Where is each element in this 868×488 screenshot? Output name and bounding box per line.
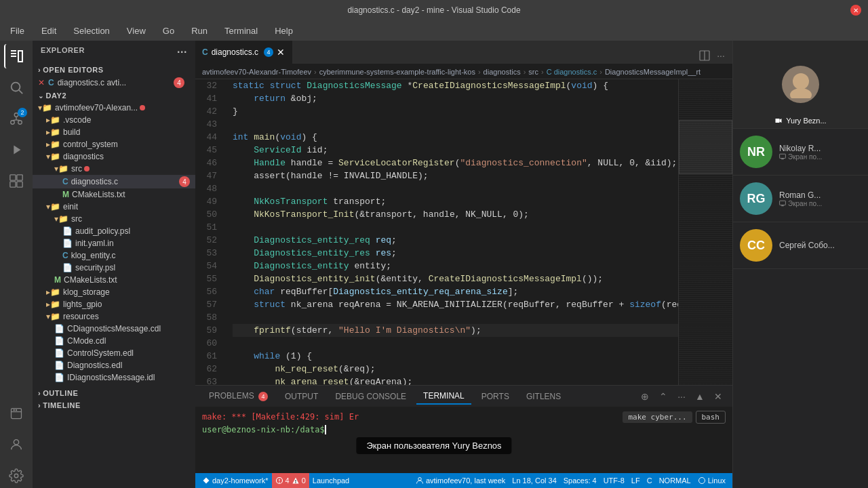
tree-avtimofeev[interactable]: ▾📁 avtimofeev70-Alexan... (33, 102, 195, 114)
tree-control-system[interactable]: ▸📁 control_system (33, 138, 195, 150)
tree-cmode[interactable]: 📄 CMode.cdl (33, 335, 195, 347)
tree-klog[interactable]: C klog_entity.c (33, 249, 195, 262)
sidebar-more-button[interactable]: ··· (177, 46, 187, 58)
tree-diagnostics[interactable]: ▾📁 diagnostics (33, 150, 195, 163)
code-editor[interactable]: 32 41 42 43 44 45 46 47 48 49 50 51 52 5… (195, 79, 678, 385)
c-file-icon: C (48, 78, 54, 87)
status-eol[interactable]: LF (628, 473, 644, 488)
panel-tab-output[interactable]: OUTPUT (278, 389, 325, 404)
panel-tab-problems[interactable]: PROBLEMS 4 (202, 388, 275, 404)
close-editor-icon[interactable]: ✕ (38, 78, 45, 87)
status-position[interactable]: Ln 18, Col 34 (509, 473, 559, 488)
bash-label[interactable]: bash (696, 411, 726, 424)
status-launchpad[interactable]: Launchpad (309, 473, 353, 488)
menu-file[interactable]: File (7, 24, 28, 37)
tab-close-icon[interactable]: ✕ (277, 47, 285, 58)
activity-debug[interactable] (4, 138, 28, 162)
panel-more-icon[interactable]: ··· (674, 389, 689, 404)
panel-close-icon[interactable]: ✕ (711, 389, 726, 404)
code-content[interactable]: static struct DiagnosticsMessage *Create… (229, 79, 678, 385)
activity-explorer[interactable] (4, 44, 28, 68)
panel-tab-debug[interactable]: DEBUG CONSOLE (328, 389, 413, 404)
file-icon: 📄 (62, 239, 73, 248)
activity-git[interactable]: 2 (4, 106, 28, 131)
tree-lights[interactable]: ▸📁 lights_gpio (33, 298, 195, 310)
participant-rg[interactable]: RG Roman G... Экран по... (733, 176, 868, 222)
tree-vscode[interactable]: ▸📁 .vscode (33, 114, 195, 126)
open-editor-item[interactable]: ✕ C diagnostics.c avti... 4 (33, 76, 195, 89)
activity-account[interactable] (4, 432, 28, 457)
panel-tab-gitlens[interactable]: GITLENS (519, 389, 568, 404)
day2-section[interactable]: DAY2 (33, 89, 195, 102)
outline-section[interactable]: Outline (33, 387, 195, 399)
activity-search[interactable] (4, 75, 28, 100)
menu-go[interactable]: Go (159, 24, 178, 37)
tree-init-yaml[interactable]: 📄 init.yaml.in (33, 237, 195, 249)
tree-diagnostics-c[interactable]: C diagnostics.c 4 (33, 175, 195, 188)
minimap-viewport[interactable] (679, 120, 732, 174)
tab-toolbar: ··· (292, 47, 732, 64)
bc-symbol[interactable]: DiagnosticsMessageImpl__rt (605, 68, 701, 76)
svg-point-29 (790, 88, 812, 98)
main-layout: 2 Explorer ··· Open Editors (0, 41, 868, 488)
tree-idiag[interactable]: 📄 IDiagnosticsMessage.idl (33, 371, 195, 384)
minimap[interactable] (678, 79, 732, 385)
status-remote[interactable]: day2-homework* (199, 473, 272, 488)
bc-src[interactable]: src (528, 68, 538, 76)
bc-root[interactable]: avtimofeev70-Alexandr-Timofeev (202, 68, 311, 76)
bc-diagnostics[interactable]: diagnostics (484, 68, 521, 76)
participant-nr[interactable]: NR Nikolay R... Экран по... (733, 129, 868, 176)
svg-rect-34 (780, 201, 786, 205)
status-errors[interactable]: 4 0 (272, 473, 309, 488)
tab-diagnostics-c[interactable]: C diagnostics.c 4 ✕ (195, 41, 292, 64)
timeline-section[interactable]: Timeline (33, 399, 195, 411)
bc-repo[interactable]: cyberimmune-systems-example-traffic-ligh… (319, 68, 475, 76)
folder-icon: ▾📁 (38, 103, 52, 113)
status-language[interactable]: C (644, 473, 656, 488)
tree-controlsys[interactable]: 📄 ControlSystem.edl (33, 347, 195, 359)
status-linux[interactable]: Linux (694, 473, 729, 488)
tree-klog-storage[interactable]: ▸📁 klog_storage (33, 286, 195, 298)
panel-maximize-icon[interactable]: ▲ (692, 389, 707, 404)
split-editor-icon[interactable] (696, 47, 713, 64)
tree-cmake2[interactable]: M CMakeLists.txt (33, 274, 195, 286)
menu-terminal[interactable]: Terminal (221, 24, 261, 37)
tree-resources[interactable]: ▾📁 resources (33, 310, 195, 323)
tree-security[interactable]: 📄 security.psl (33, 262, 195, 274)
tree-src2[interactable]: ▾📁 src (33, 213, 195, 225)
panel-tab-ports[interactable]: PORTS (475, 389, 516, 404)
open-editors-section[interactable]: Open Editors (33, 64, 195, 76)
status-vim-mode[interactable]: NORMAL (656, 473, 694, 488)
tree-einit[interactable]: ▾📁 einit (33, 201, 195, 213)
status-error-count: 4 (285, 476, 290, 485)
status-encoding[interactable]: UTF-8 (600, 473, 628, 488)
more-icon[interactable]: ··· (713, 47, 729, 64)
panel-tab-terminal[interactable]: TERMINAL (416, 388, 471, 405)
tree-src[interactable]: ▾📁 src (33, 163, 195, 175)
menu-edit[interactable]: Edit (38, 24, 60, 37)
tree-audit[interactable]: 📄 audit_policy.psl (33, 225, 195, 237)
tree-diagedl[interactable]: 📄 Diagnostics.edl (33, 359, 195, 371)
status-git-author[interactable]: avtimofeev70, last week (412, 473, 509, 488)
tree-cmakelists[interactable]: M CMakeLists.txt (33, 188, 195, 201)
svg-point-26 (418, 478, 422, 481)
status-spaces[interactable]: Spaces: 4 (560, 473, 600, 488)
menu-help[interactable]: Help (271, 24, 296, 37)
menu-run[interactable]: Run (188, 24, 211, 37)
activity-remote[interactable] (4, 401, 28, 426)
close-button[interactable]: ✕ (850, 5, 861, 16)
menu-selection[interactable]: Selection (70, 24, 113, 37)
menu-view[interactable]: View (123, 24, 149, 37)
code-line-53: Diagnostics_entity_res res; (233, 247, 678, 260)
tree-build[interactable]: ▸📁 build (33, 126, 195, 138)
make-label[interactable]: make cyber... (623, 411, 692, 423)
activity-settings[interactable] (4, 464, 28, 488)
bc-file[interactable]: C diagnostics.c (547, 68, 597, 76)
editor-area: C diagnostics.c 4 ✕ ··· avtimofeev70-Ale… (195, 41, 732, 488)
activity-extensions[interactable] (4, 169, 28, 193)
participant-cc[interactable]: CC Сергей Собо... (733, 222, 868, 269)
tree-cdiag[interactable]: 📄 CDiagnosticsMessage.cdl (33, 323, 195, 335)
panel-add-icon[interactable]: ⊕ (637, 389, 652, 404)
panel-split-icon[interactable]: ⌃ (656, 389, 671, 404)
code-line-58 (233, 311, 678, 324)
